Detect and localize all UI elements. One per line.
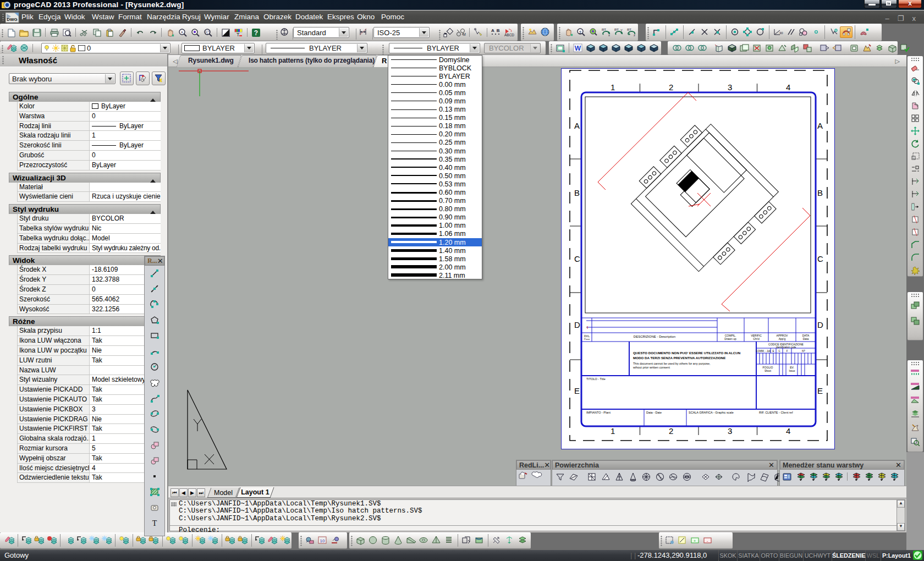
svg-text:FOGLIO: FOGLIO (763, 366, 773, 369)
svg-text:-: - (707, 538, 708, 543)
svg-text:W: W (574, 44, 581, 52)
svg-text:+: + (180, 29, 183, 35)
svg-text:4: 4 (786, 426, 790, 436)
svg-text:D: D (817, 320, 823, 329)
svg-text:30: 30 (779, 31, 783, 35)
svg-text:x: x (608, 34, 610, 37)
svg-text:E: E (574, 386, 580, 395)
svg-text:T: T (152, 519, 157, 527)
svg-text:RT: RT (614, 28, 619, 31)
svg-text:+: + (694, 538, 696, 543)
svg-text:E: E (772, 350, 774, 353)
svg-text:SCALA GRAFICA - Graphic scale: SCALA GRAFICA - Graphic scale (689, 411, 734, 414)
svg-text:A: A (817, 121, 823, 130)
svg-text:z: z (634, 34, 635, 37)
svg-text:Prove: Prove (584, 338, 590, 340)
svg-text:TITOLO - Title: TITOLO - Title (586, 377, 606, 381)
svg-text:I: I (587, 325, 588, 330)
svg-text:COMM. - Job: COMM. - Job (756, 350, 771, 353)
svg-text:±: ± (579, 29, 581, 35)
svg-text:A B C: A B C (491, 28, 502, 33)
svg-text:C: C (574, 254, 580, 263)
svg-text:Data: Data (803, 337, 809, 340)
svg-text:T: T (237, 32, 240, 37)
svg-text:Cht'd: Cht'd (753, 337, 760, 340)
svg-text:2: 2 (669, 426, 673, 436)
svg-text:M: M (463, 32, 466, 36)
svg-text:Drawn up: Drawn up (724, 337, 736, 340)
svg-text:Sheet: Sheet (765, 370, 772, 372)
svg-text:10: 10 (320, 538, 325, 543)
svg-text:4: 4 (786, 82, 790, 92)
svg-text:RIF. CLIENTE - Client ref: RIF. CLIENTE - Client ref (759, 411, 793, 414)
svg-text:RT: RT (602, 28, 606, 31)
svg-text:DESCRIZIONE - Description: DESCRIZIONE - Description (634, 335, 675, 338)
svg-text:A: A (574, 121, 580, 130)
svg-text:1: 1 (610, 82, 615, 92)
svg-text:App'g: App'g (779, 337, 786, 340)
svg-text:Y: Y (620, 29, 623, 32)
svg-text:E: E (817, 386, 823, 395)
svg-text:N?: N? (802, 350, 805, 353)
svg-text:B: B (817, 188, 823, 197)
svg-text:EV.: EV. (790, 366, 794, 369)
svg-text:Issue: Issue (789, 370, 795, 372)
svg-text:QUESTO DOCUMENTO NON PUO’ ESSE: QUESTO DOCUMENTO NON PUO’ ESSERE UTILIZZ… (633, 351, 741, 355)
svg-text:RT: RT (627, 28, 631, 31)
svg-text:2: 2 (669, 82, 673, 92)
svg-text:Identification code: Identification code (776, 346, 796, 349)
svg-text:F: F (787, 350, 788, 353)
svg-text:IMPIANTO - Plant: IMPIANTO - Plant (586, 411, 610, 414)
svg-text:Data - Date: Data - Date (646, 411, 662, 414)
svg-text:MODO DA TERZI SENZA PREVENTIVA: MODO DA TERZI SENZA PREVENTIVA AUTORIZZA… (633, 356, 725, 360)
svg-text:C: C (817, 254, 823, 263)
svg-text:3: 3 (728, 426, 732, 436)
svg-text:?: ? (254, 29, 257, 37)
svg-text:DWG: DWG (7, 17, 18, 22)
svg-text:wihout prior written consent: wihout prior written consent (632, 366, 670, 369)
svg-text:D: D (574, 320, 580, 329)
svg-text:This document cannot be used b: This document cannot be used by others f… (633, 362, 711, 365)
svg-text:ABCD: ABCD (504, 33, 514, 37)
svg-text:3: 3 (728, 82, 732, 92)
svg-text:B: B (574, 188, 580, 197)
svg-text:◱: ◱ (205, 29, 210, 35)
svg-text:1: 1 (610, 426, 615, 436)
